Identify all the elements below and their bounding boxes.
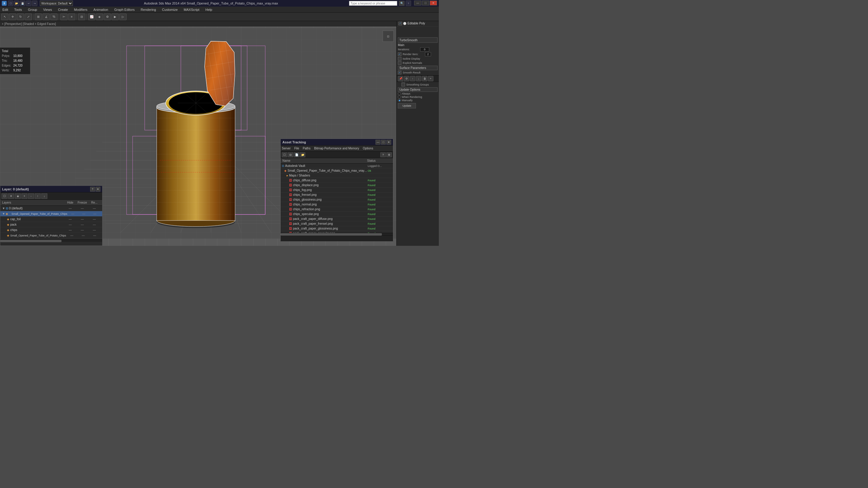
asset-minimize-button[interactable]: — bbox=[375, 140, 380, 144]
layer-toggle-btn[interactable]: ◈ bbox=[15, 193, 21, 199]
asset-row-img-4[interactable]: 🖼 chips_glossiness.png Found bbox=[281, 197, 393, 202]
workspace-dropdown[interactable]: Workspace: Default bbox=[40, 1, 73, 6]
render-frame-btn[interactable]: ▷ bbox=[119, 13, 127, 20]
maximize-button[interactable]: □ bbox=[422, 1, 429, 5]
asset-menu-bitmap[interactable]: Bitmap Performance and Memory bbox=[314, 147, 359, 150]
render-iters-checkbox[interactable]: ✓ bbox=[398, 53, 401, 56]
asset-file-btn[interactable]: 📄 bbox=[294, 153, 299, 157]
asset-expand-btn[interactable]: ☐ bbox=[282, 153, 287, 157]
layer-move-up-btn[interactable]: ↑ bbox=[35, 193, 41, 199]
always-radio[interactable] bbox=[398, 92, 401, 95]
layer-row-tube[interactable]: ◈ Small_Opened_Paper_Tube_of_Potato_Chip… bbox=[0, 233, 102, 238]
redo-btn[interactable]: ↪ bbox=[32, 1, 37, 6]
layer-row-pack[interactable]: ◈ pack — — — bbox=[0, 222, 102, 227]
asset-maximize-button[interactable]: □ bbox=[381, 140, 386, 144]
menu-create[interactable]: Create bbox=[57, 7, 69, 12]
move-btn[interactable]: ✛ bbox=[9, 13, 16, 20]
asset-help-btn[interactable]: ? bbox=[380, 153, 386, 157]
layer-help-button[interactable]: ? bbox=[90, 187, 95, 192]
menu-group[interactable]: Group bbox=[27, 7, 38, 12]
layer-close-button[interactable]: ✕ bbox=[96, 187, 100, 192]
asset-row-maps[interactable]: ▸ Maps / Shaders bbox=[281, 173, 393, 178]
asset-row-img-8[interactable]: 🖼 pack_craft_paper_diffuse.png Found bbox=[281, 217, 393, 221]
update-button[interactable]: Update bbox=[398, 103, 416, 108]
modifier-editable-poly[interactable]: ✓ Editable Poly bbox=[397, 21, 438, 27]
asset-row-img-1[interactable]: 🖼 chips_displace.png Found bbox=[281, 183, 393, 188]
editablepoly-checkbox[interactable]: ✓ bbox=[398, 22, 402, 25]
close-button[interactable]: ✕ bbox=[430, 1, 437, 5]
scale-btn[interactable]: ⤢ bbox=[25, 13, 32, 20]
search-input[interactable] bbox=[349, 1, 397, 6]
asset-menu-file[interactable]: File bbox=[294, 147, 299, 150]
asset-settings-btn[interactable]: ⚙ bbox=[386, 153, 392, 157]
menu-help[interactable]: Help bbox=[204, 7, 214, 12]
render-btn[interactable]: ▶ bbox=[112, 13, 119, 20]
layer-row-chips[interactable]: ◈ chips — — — bbox=[0, 227, 102, 233]
asset-row-img-5[interactable]: 🖼 chips_normal.png Found bbox=[281, 202, 393, 207]
smooth-result-checkbox[interactable]: ✓ bbox=[398, 71, 401, 74]
graph-editors-btn[interactable]: 📈 bbox=[88, 13, 95, 20]
undo-btn[interactable]: ↩ bbox=[26, 1, 31, 6]
asset-row-img-6[interactable]: 🖼 chips_refraction.png Found bbox=[281, 207, 393, 212]
asset-row-file[interactable]: ◈ Small_Opened_Paper_Tube_of_Potato_Chip… bbox=[281, 168, 393, 173]
update-options-header[interactable]: Update Options bbox=[398, 87, 438, 92]
asset-row-img-10[interactable]: 🖼 pack_craft_paper_glossiness.png Found bbox=[281, 226, 393, 231]
layer-row-0-default[interactable]: ▼ ⊟ 0 (default) — — — bbox=[0, 206, 102, 211]
help-icon[interactable]: ? bbox=[406, 1, 411, 6]
asset-folder-btn[interactable]: 📁 bbox=[300, 153, 305, 157]
modifier-panel-title[interactable]: TurboSmooth bbox=[398, 37, 438, 43]
menu-rendering[interactable]: Rendering bbox=[140, 7, 157, 12]
manually-radio[interactable] bbox=[398, 99, 401, 102]
asset-menu-options[interactable]: Options bbox=[363, 147, 373, 150]
material-editor-btn[interactable]: ◈ bbox=[96, 13, 103, 20]
asset-row-img-3[interactable]: 🖼 chips_frensel.png Found bbox=[281, 193, 393, 197]
mod-up-btn[interactable]: ↑ bbox=[410, 76, 415, 82]
layer-remove-btn[interactable]: - bbox=[28, 193, 34, 199]
layer-row-main-object[interactable]: ▼ ◈ Small_Opened_Paper_Tube_of_Potato_Ch… bbox=[0, 211, 102, 217]
asset-row-img-7[interactable]: 🖼 chips_specular.png Found bbox=[281, 212, 393, 217]
layer-new-btn[interactable]: ☐ bbox=[1, 193, 7, 199]
layer-scrollbar[interactable] bbox=[0, 239, 102, 242]
mod-add-btn[interactable]: + bbox=[428, 76, 433, 82]
mod-delete-btn[interactable]: 🗑 bbox=[422, 76, 427, 82]
asset-collapse-btn[interactable]: ⊟ bbox=[288, 153, 293, 157]
asset-row-vault[interactable]: ⊙ Autodesk Vault Logged O... bbox=[281, 164, 393, 168]
asset-row-img-9[interactable]: 🖼 pack_craft_paper_frensel.png Found bbox=[281, 221, 393, 226]
asset-menu-paths[interactable]: Paths bbox=[303, 147, 311, 150]
rotate-btn[interactable]: ↻ bbox=[17, 13, 24, 20]
menu-animation[interactable]: Animation bbox=[92, 7, 110, 12]
smoothing-groups-checkbox[interactable] bbox=[401, 83, 405, 87]
isoline-checkbox[interactable] bbox=[398, 57, 401, 61]
explicit-normals-checkbox[interactable] bbox=[398, 61, 401, 65]
asset-close-button[interactable]: ✕ bbox=[386, 140, 391, 144]
select-btn[interactable]: ↖ bbox=[1, 13, 8, 20]
snap-btn[interactable]: ⊞ bbox=[35, 13, 42, 20]
iterations-input[interactable] bbox=[420, 47, 429, 52]
menu-views[interactable]: Views bbox=[42, 7, 53, 12]
mod-pin-btn[interactable]: 📌 bbox=[398, 76, 403, 82]
percent-snap-btn[interactable]: % bbox=[50, 13, 58, 20]
minimize-button[interactable]: — bbox=[414, 1, 421, 5]
layer-move-down-btn[interactable]: ↓ bbox=[41, 193, 47, 199]
asset-row-img-2[interactable]: 🖼 chips_fog.png Found bbox=[281, 188, 393, 193]
search-button[interactable]: 🔍 bbox=[399, 1, 404, 6]
save-btn[interactable]: 💾 bbox=[20, 1, 25, 6]
angle-snap-btn[interactable]: ∡ bbox=[42, 13, 50, 20]
menu-graph-editors[interactable]: Graph Editors bbox=[113, 7, 136, 12]
menu-tools[interactable]: Tools bbox=[13, 7, 23, 12]
menu-edit[interactable]: Edit bbox=[1, 7, 9, 12]
open-btn[interactable]: 📂 bbox=[14, 1, 19, 6]
asset-menu-server[interactable]: Server bbox=[282, 147, 290, 150]
mirror-btn[interactable]: ⊢ bbox=[60, 13, 67, 20]
align-btn[interactable]: ≡ bbox=[68, 13, 75, 20]
mod-down-btn[interactable]: ↓ bbox=[416, 76, 421, 82]
when-rendering-radio[interactable] bbox=[398, 96, 401, 98]
render-setup-btn[interactable]: ⚙ bbox=[104, 13, 111, 20]
asset-horizontal-scrollbar[interactable] bbox=[281, 233, 393, 235]
surface-params-header[interactable]: Surface Parameters bbox=[398, 66, 438, 70]
layer-delete-btn[interactable]: ✕ bbox=[8, 193, 14, 199]
mod-settings-btn[interactable]: ⚙ bbox=[404, 76, 409, 82]
asset-row-img-0[interactable]: 🖼 chips_diffuse.png Found bbox=[281, 178, 393, 183]
layer-row-cap-foil[interactable]: ◈ cap_foil — — — bbox=[0, 217, 102, 222]
menu-modifiers[interactable]: Modifiers bbox=[73, 7, 89, 12]
